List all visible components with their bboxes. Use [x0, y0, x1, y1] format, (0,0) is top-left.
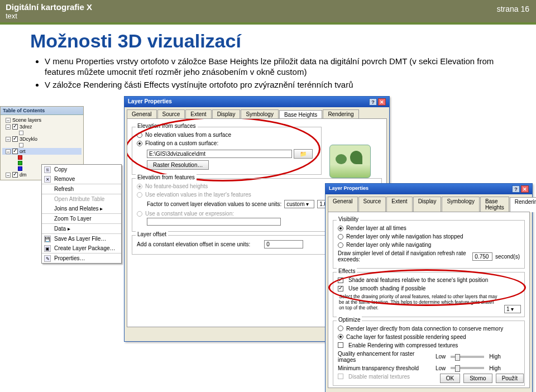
menu-item-copy[interactable]: ⎘Copy: [42, 165, 121, 174]
offset-input[interactable]: 0: [264, 240, 303, 248]
close-icon[interactable]: ✕: [378, 98, 386, 106]
tab-display[interactable]: Display: [212, 109, 241, 118]
tab-source[interactable]: Source: [157, 109, 185, 118]
raster-resolution-button[interactable]: Raster Resolution…: [147, 160, 209, 170]
group-elevation-features: Elevation from features: [136, 174, 197, 180]
refresh-rate-input[interactable]: 0.750: [472, 252, 492, 261]
cancel-button[interactable]: Storno: [463, 374, 492, 383]
group-effects: Effects: [337, 268, 357, 274]
ok-button[interactable]: OK: [440, 374, 460, 383]
group-layer-offset: Layer offset: [136, 231, 168, 237]
checkbox-compressed-textures[interactable]: Enable Rendering with compressed texture…: [338, 341, 520, 350]
bullet-item: V menu Properties vrstvy ortofoto v zálo…: [45, 56, 525, 78]
checkbox-smooth-shading[interactable]: Use smooth shading if possible: [338, 284, 520, 293]
package-icon: ▣: [44, 245, 51, 252]
help-icon[interactable]: ?: [369, 98, 377, 106]
group-optimize: Optimize: [337, 317, 362, 323]
menu-item-data[interactable]: Data ▸: [42, 223, 121, 233]
close-icon[interactable]: ✕: [521, 185, 529, 193]
menu-item-create-layer-package[interactable]: ▣Create Layer Package…: [42, 243, 121, 253]
checkbox-shade-areal[interactable]: Shade areal features relative to the sce…: [338, 276, 520, 284]
slide-header: Digitální kartografie X text strana 16: [0, 0, 536, 25]
tab-rendering[interactable]: Rendering: [510, 197, 536, 212]
header-title: Digitální kartografie X: [6, 2, 530, 12]
header-subtitle: text: [6, 12, 530, 20]
menu-item-properties[interactable]: ✎Properties…: [42, 253, 121, 263]
page-number: strana 16: [497, 4, 529, 13]
layer-properties-rendering-dialog: Layer Properties ?✕ General Source Exten…: [325, 183, 533, 392]
radio-render-direct[interactable]: Render layer directly from data connecti…: [338, 324, 520, 333]
toc-item[interactable]: −ort: [2, 148, 82, 155]
screenshot-area: Table of Contents −Scene layers −3drez −…: [0, 106, 536, 392]
apply-button[interactable]: Použít: [496, 374, 524, 383]
tab-symbology[interactable]: Symbology: [241, 109, 278, 118]
custom-surface-path[interactable]: E:\GIS\3dvizualice\dmt: [147, 150, 292, 158]
menu-item-remove[interactable]: ✕Remove: [42, 174, 121, 184]
group-elevation-surfaces: Elevation from surfaces: [136, 123, 198, 129]
bullet-list: V menu Properties vrstvy ortofoto v zálo…: [45, 56, 525, 90]
toc-item[interactable]: −3Dcyklo: [2, 136, 82, 142]
dialog-titlebar[interactable]: Layer Properties ?✕: [125, 97, 389, 107]
tab-base-heights[interactable]: Base Heights: [279, 110, 322, 119]
help-icon[interactable]: ?: [512, 185, 520, 193]
quality-slider[interactable]: [451, 356, 484, 358]
menu-item-open-attribute-table: Open Attribute Table: [42, 194, 121, 204]
page-title: Možnosti 3D vizualizací: [30, 30, 536, 52]
radio-render-nav-stopped[interactable]: Render layer only while navigation has s…: [338, 232, 520, 241]
dialog-titlebar[interactable]: Layer Properties ?✕: [326, 184, 532, 194]
group-visibility: Visibility: [337, 216, 360, 222]
tab-general[interactable]: General: [127, 109, 157, 118]
factor-unit-select[interactable]: custom ▾: [284, 200, 314, 208]
bullet-item: V záložce Rendering části Effects vystín…: [45, 80, 525, 90]
radio-floating-custom[interactable]: Floating on a custom surface:: [137, 139, 317, 147]
transparency-slider[interactable]: [451, 367, 484, 369]
tab-extent[interactable]: Extent: [185, 109, 211, 118]
radio-no-elevation[interactable]: No elevation values from a surface: [137, 131, 317, 139]
tab-rendering[interactable]: Rendering: [323, 109, 358, 118]
menu-item-joins-relates[interactable]: Joins and Relates ▸: [42, 204, 121, 213]
toc-item[interactable]: −3drez: [2, 123, 82, 130]
elevation-illustration: [329, 145, 371, 178]
save-icon: 💾: [44, 236, 51, 242]
context-menu: ⎘Copy ✕Remove Refresh Open Attribute Tab…: [41, 164, 122, 264]
radio-render-while-nav[interactable]: Render layer only while navigating: [338, 241, 520, 249]
radio-cache-layer[interactable]: Cache layer for fastest possible renderi…: [338, 333, 520, 341]
properties-icon: ✎: [44, 255, 51, 262]
copy-icon: ⎘: [44, 166, 51, 173]
browse-button[interactable]: 📁: [294, 149, 313, 159]
menu-item-zoom-to-layer[interactable]: Zoom To Layer: [42, 213, 121, 223]
toc-title: Table of Contents: [1, 107, 83, 115]
remove-icon: ✕: [44, 176, 51, 183]
menu-item-refresh[interactable]: Refresh: [42, 184, 121, 194]
menu-item-save-as-layer-file[interactable]: 💾Save As Layer File…: [42, 233, 121, 243]
radio-render-all-times[interactable]: Render layer at all times: [338, 224, 520, 232]
priority-input[interactable]: 1 ▾: [504, 305, 521, 313]
